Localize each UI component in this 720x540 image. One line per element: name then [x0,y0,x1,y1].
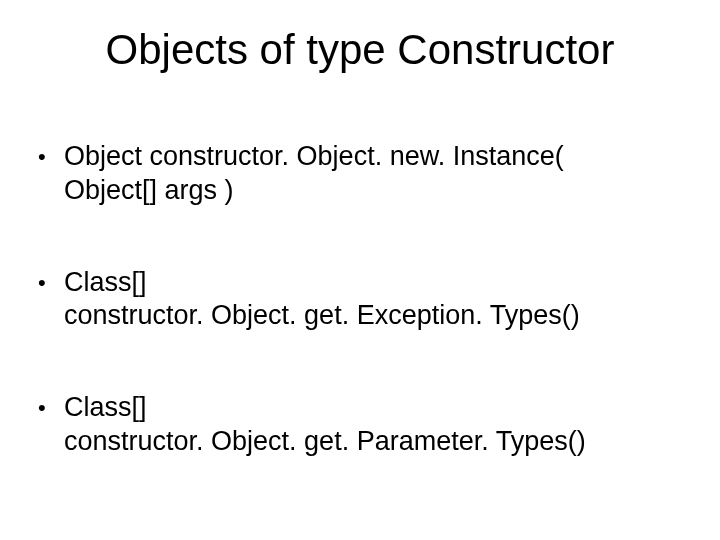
bullet-icon: • [38,266,64,299]
bullet-text: Object constructor. Object. new. Instanc… [64,140,680,208]
list-item: • Object constructor. Object. new. Insta… [38,140,680,208]
slide-title: Objects of type Constructor [0,26,720,74]
line: Class[] [64,392,147,422]
line: constructor. Object. get. Parameter. Typ… [64,426,586,456]
bullet-icon: • [38,140,64,173]
slide-body: • Object constructor. Object. new. Insta… [38,140,680,517]
bullet-text: Class[] constructor. Object. get. Except… [64,266,680,334]
list-item: • Class[] constructor. Object. get. Para… [38,391,680,459]
slide: Objects of type Constructor • Object con… [0,0,720,540]
bullet-text: Class[] constructor. Object. get. Parame… [64,391,680,459]
bullet-icon: • [38,391,64,424]
line: Object constructor. Object. new. Instanc… [64,141,564,171]
line: constructor. Object. get. Exception. Typ… [64,300,580,330]
line: Object[] args ) [64,175,234,205]
line: Class[] [64,267,147,297]
list-item: • Class[] constructor. Object. get. Exce… [38,266,680,334]
